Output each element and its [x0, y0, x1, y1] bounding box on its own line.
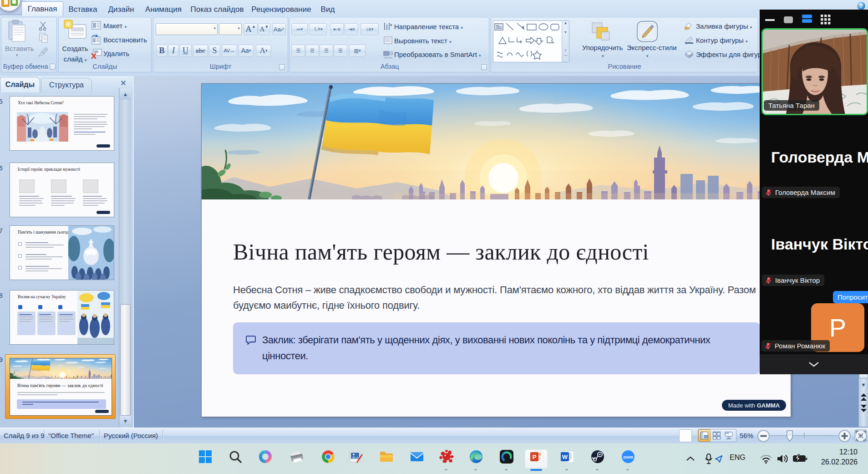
svg-text:P: P — [533, 454, 537, 460]
svg-text:W: W — [562, 454, 568, 460]
svg-text:zoom: zoom — [623, 455, 634, 459]
